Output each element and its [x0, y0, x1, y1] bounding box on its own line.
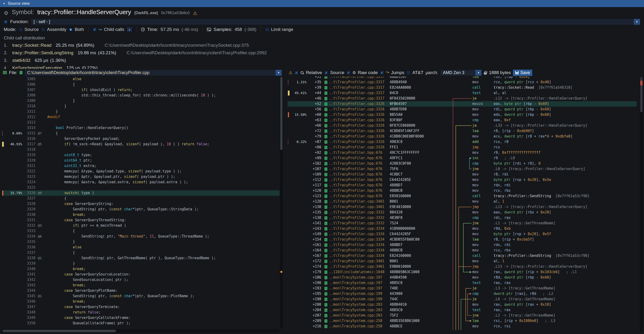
mode-radio-source[interactable]: Source — [19, 27, 39, 32]
asm-location[interactable]: ..t\TracyProfiler.cpp:3317 — [321, 96, 390, 101]
scrollbar-thumb[interactable] — [280, 77, 282, 150]
uarch-combo[interactable]: AMD Zen 3 ▼ — [440, 70, 482, 76]
source-line[interactable]: 3341 case ServerQuerySourceLocation: — [2, 272, 280, 277]
asm-location[interactable]: ..t\TracyProfiler.cpp:3326 — [321, 101, 390, 107]
source-line[interactable]: 3322 memcpy( &type, &payload.type, sizeo… — [2, 169, 280, 174]
source-line[interactable]: 3335 } — [2, 239, 280, 245]
source-line[interactable]: 3327 { — [2, 196, 280, 201]
scrollbar-thumb[interactable] — [2, 330, 116, 332]
asm-location[interactable]: ..t\TracyProfiler.hpp:676 — [321, 172, 390, 177]
asm-location[interactable]: ..t\TracyProfiler.cpp:3401 — [321, 259, 390, 264]
source-line[interactable]: 3340 break; — [2, 266, 280, 272]
asm-location[interactable]: ..t\TracyProfiler.cpp:3326 — [321, 128, 390, 134]
asm-location[interactable]: ..1103\include\atomic:1048 — [321, 269, 390, 275]
asm-location[interactable]: ..mon\TracySystem.cpp:203 — [321, 307, 390, 313]
asm-location[interactable]: ..t\TracyProfiler.cpp:3332 — [321, 210, 390, 215]
asm-location[interactable]: ..t\TracyProfiler.cpp:3317 — [321, 79, 390, 85]
source-line[interactable]: 3331 case ServerQueryThreadString: — [2, 217, 280, 223]
asm-location[interactable]: ..t\TracyProfiler.cpp:3326 — [321, 107, 390, 112]
source-line[interactable]: 3319 uint8_t type; — [2, 152, 280, 158]
asm-row[interactable]: 1.31%+35..t\TracyProfiler.cpp:3317488B49… — [288, 79, 637, 85]
save-button[interactable]: Save — [513, 70, 532, 76]
asm-row[interactable]: +135..t\TracyProfiler.cpp:33328B4320move… — [288, 210, 637, 215]
asm-row[interactable]: +149..t\TracyProfiler.cpp:3334C64424205F… — [288, 231, 637, 237]
asm-location[interactable]: ..t\TracyProfiler.cpp:3334 — [321, 237, 390, 242]
source-line[interactable]: 3306 { — [2, 82, 280, 87]
asm-location[interactable]: ..t\TracyProfiler.cpp:3326 — [321, 123, 390, 128]
child-calls-checkbox[interactable]: ↪Child calls — [92, 27, 124, 32]
source-line[interactable]: 3325 — [2, 185, 280, 190]
collapse-icon[interactable]: ▼ — [3, 2, 6, 5]
asm-location[interactable]: ..t\TracyProfiler.hpp:676 — [321, 182, 390, 188]
asm-location[interactable]: ..mon\TracySystem.cpp:258 — [321, 324, 390, 329]
asm-row[interactable]: +128..t\TracyProfiler.cpp:3401B001moval,… — [288, 199, 637, 204]
titlebar[interactable]: ▼ Source view — [0, 0, 644, 7]
asm-row[interactable]: +72..t\TracyProfiler.cpp:33264C8D05F146F… — [288, 128, 637, 134]
asm-row[interactable]: +143..t\TracyProfiler.cpp:333441B90B0000… — [288, 226, 637, 231]
att-checkbox[interactable]: AT&T — [406, 70, 424, 75]
asm-location[interactable]: ..t\TracyProfiler.cpp:3334 — [321, 242, 390, 248]
asm-location[interactable]: ..t\TracyProfiler.cpp:3401 — [321, 199, 390, 204]
asm-row[interactable]: +52..t\TracyProfiler.cpp:33260FB64597mov… — [288, 101, 637, 107]
child-call-item[interactable]: 2.tracy::Profiler::SendLongString19.88 m… — [4, 49, 640, 57]
asm-location[interactable]: ..t\TracyProfiler.cpp:3332 — [321, 215, 390, 220]
asm-row[interactable]: +66..t\TracyProfiler.cpp:33260F87CE06000… — [288, 123, 637, 128]
asm-row[interactable]: +79..t\TracyProfiler.cpp:3326418B8C80E0B… — [288, 134, 637, 139]
source-checkbox[interactable]: Source — [324, 70, 344, 75]
asm-location[interactable]: ..t\TracyProfiler.cpp:3326 — [321, 118, 390, 123]
asm-row[interactable]: +90..t\TracyProfiler.cpp:3326FFE1jmprcx — [288, 145, 637, 150]
asm-location[interactable]: ..t\TracyProfiler.hpp:676 — [321, 188, 390, 193]
asm-location[interactable]: ..t\TracyProfiler.hpp:676 — [321, 161, 390, 166]
source-line[interactable]: 3342 SendSourceLocation( ptr ); — [2, 277, 280, 283]
asm-row[interactable]: +193..mon\TracySystem.cpp:197740Eje.L3 -… — [288, 286, 637, 291]
asm-location[interactable]: ..t\TracyProfiler.cpp:3317 — [321, 76, 390, 79]
limit-range-checkbox[interactable]: Limit range — [265, 27, 293, 32]
asm-row[interactable]: +186..mon\TracySystem.cpp:197448B4598mov… — [288, 275, 637, 280]
asm-location[interactable]: ..t\TracyProfiler.hpp:676 — [321, 166, 390, 172]
asm-location[interactable]: ..t\TracyProfiler.cpp:3317 — [321, 85, 390, 90]
source-line[interactable]: 3347 case ServerQueryTerminate: — [2, 304, 280, 310]
asm-row[interactable]: +63..t\TracyProfiler.cpp:332683F80Fcmpea… — [288, 118, 637, 123]
raw-code-checkbox[interactable]: ⚙Raw code — [346, 70, 378, 75]
source-line[interactable]: 3310 } — [2, 104, 280, 109]
asm-location[interactable]: ..t\TracyProfiler.hpp:676 — [321, 193, 390, 199]
source-line[interactable]: 3309 } — [2, 98, 280, 104]
source-line[interactable]: 3324 memcpy( &extra, &payload.extra, siz… — [2, 179, 280, 185]
asm-row[interactable]: +92..t\TracyProfiler.hpp:67649C7C1FFFFFF… — [288, 150, 637, 156]
jumps-checkbox[interactable]: ↷Jumps — [380, 70, 404, 75]
asm-row[interactable]: +198..mon\TracySystem.cpp:199744Cje.L6 -… — [288, 297, 637, 302]
asm-row[interactable]: +195..mon\TracySystem.cpp:199443900cmpdw… — [288, 291, 637, 297]
source-line[interactable]: 15.79%3326@9 switch( type ) — [2, 190, 280, 196]
source-line[interactable]: 3312#endif — [2, 114, 280, 120]
asm-row[interactable]: +138..t\TracyProfiler.cpp:3332483BF8cmpr… — [288, 215, 637, 220]
asm-row[interactable]: +167..t\TracyProfiler.cpp:3334E824160000… — [288, 253, 637, 259]
asm-row[interactable]: +120..t\TracyProfiler.hpp:676488BCBmovrc… — [288, 188, 637, 193]
asm-location[interactable]: ..t\TracyProfiler.cpp:3332 — [321, 220, 390, 226]
source-line[interactable]: 3316 ServerQueryPacket payload; — [2, 136, 280, 142]
asm-row[interactable]: +216..mon\TracySystem.cpp:258488BCEmovrc… — [288, 324, 637, 329]
asm-row[interactable]: +164..t\TracyProfiler.cpp:3334488BCBmovr… — [288, 248, 637, 253]
source-line[interactable]: 3337 { — [2, 250, 280, 255]
asm-location[interactable]: ..t\TracyProfiler.hpp:676 — [321, 177, 390, 182]
asm-location[interactable]: ..t\TracyProfiler.cpp:3326 — [321, 139, 390, 145]
asm-row[interactable]: +179..1103\include\atomic:1048488B05B63C… — [288, 269, 637, 275]
asm-row[interactable]: +31..t\TracyProfiler.cpp:3317488D5597lea… — [288, 76, 637, 79]
asm-row[interactable]: +172..t\TracyProfiler.cpp:3401B001moval,… — [288, 259, 637, 264]
asm-row[interactable]: +56..t\TracyProfiler.cpp:3326488B7D98mov… — [288, 107, 637, 112]
chevron-down-icon[interactable]: ▼ — [634, 19, 640, 25]
source-line[interactable]: 3344 case ServerQueryPlotName: — [2, 288, 280, 293]
source-line[interactable]: 3313 — [2, 120, 280, 125]
asm-row[interactable]: 0.22%+87..t\TracyProfiler.cpp:33264903C8… — [288, 139, 637, 145]
asm-location[interactable]: ..mon\TracySystem.cpp:199 — [321, 297, 390, 302]
source-line[interactable]: 3348 return false; — [2, 310, 280, 315]
asm-location[interactable]: ..t\TracyProfiler.cpp:3334 — [321, 253, 390, 259]
asm-location[interactable]: ..mon\TracySystem.cpp:199 — [321, 291, 390, 297]
asm-row[interactable]: +207..mon\TracySystem.cpp:20375F2jne.L2 … — [288, 313, 637, 318]
source-vertical-scrollbar[interactable] — [280, 76, 283, 329]
source-line[interactable]: 3332@3 if( ptr == m_mainThread ) — [2, 223, 280, 228]
source-line[interactable]: 3343 break; — [2, 283, 280, 288]
source-line[interactable]: 3336 else — [2, 245, 280, 250]
source-line[interactable]: 3318 — [2, 147, 280, 152]
source-line[interactable]: 3346 break; — [2, 299, 280, 304]
asm-row[interactable]: 45.41%+44..t\TracyProfiler.cpp:331784C0t… — [288, 90, 637, 96]
